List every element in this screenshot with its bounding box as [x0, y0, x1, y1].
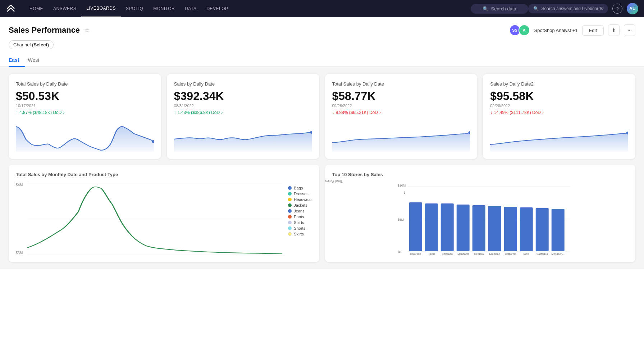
card-1-change-text: 4.87% ($48.18K) DoD [19, 110, 61, 115]
help-button[interactable]: ? [612, 4, 622, 14]
more-options-button[interactable]: ··· [624, 24, 635, 36]
monthly-chart-title: Total Sales by Monthly Date and Product … [16, 172, 312, 177]
y-label-4m: $4M [16, 183, 27, 187]
card-2-value: $392.34K [174, 90, 312, 103]
avatar-initials: AU [629, 6, 635, 11]
page-header: Sales Performance ☆ SS A SpotShop Analys… [0, 17, 644, 40]
svg-text:Colorado: Colorado [410, 252, 421, 255]
user-avatar[interactable]: AU [627, 3, 638, 14]
svg-text:California: California [536, 252, 548, 255]
card-3-value: $58.77K [332, 90, 470, 103]
card-3-change: ↓ 9.88% ($65.21K) DoD › [332, 110, 470, 115]
right-search-placeholder: Search answers and Liveboards [542, 6, 603, 11]
share-button[interactable]: ⬆ [608, 24, 620, 36]
y-axis-label: Total Sales [298, 179, 370, 183]
tab-east[interactable]: East [9, 54, 25, 67]
card-3-title: Total Sales by Daily Date [332, 81, 470, 87]
center-search-label: Search data [491, 6, 516, 12]
nav-data[interactable]: DATA [180, 0, 201, 17]
monthly-chart-area: $4M $3M [16, 183, 312, 255]
filter-bar: Channel (Select) [0, 40, 644, 54]
card-2-date: 08/31/2022 [174, 104, 312, 108]
card-2-title: Sales by Daily Date [174, 81, 312, 87]
svg-rect-25 [440, 203, 453, 251]
right-search-input[interactable]: 🔍 Search answers and Liveboards [528, 4, 608, 13]
svg-text:Colorado: Colorado [442, 252, 452, 255]
legend-label-shirts: Shirts [294, 220, 304, 225]
svg-rect-22 [425, 203, 438, 251]
card-4-chevron[interactable]: › [542, 110, 544, 115]
card-4-date: 09/26/2022 [490, 104, 628, 108]
avatar-group: SS A [509, 24, 530, 36]
chart-legend: Bags Dresses Headwear Jackets [288, 183, 312, 255]
svg-text:$0: $0 [397, 250, 401, 254]
legend-pants: Pants [288, 215, 312, 219]
search-icon: 🔍 [483, 6, 488, 12]
svg-rect-34 [488, 206, 501, 251]
svg-rect-31 [472, 205, 485, 251]
svg-rect-37 [504, 207, 517, 251]
legend-label-skirts: Skirts [294, 232, 304, 236]
legend-dot-bags [288, 186, 292, 190]
top-stores-card: Top 10 Stores by Sales Total Sales $10M … [325, 165, 636, 262]
legend-label-dresses: Dresses [294, 192, 308, 196]
card-4-change-text: 14.49% ($111.78K) DoD [494, 110, 541, 115]
favorite-star-icon[interactable]: ☆ [84, 26, 90, 34]
tabs-row: East West [0, 54, 644, 67]
legend-bags: Bags [288, 186, 312, 190]
edit-button[interactable]: Edit [582, 25, 604, 36]
svg-text:Michigan: Michigan [489, 252, 500, 255]
card-4-change: ↓ 14.49% ($111.78K) DoD › [490, 110, 628, 115]
svg-rect-19 [409, 202, 422, 251]
legend-dot-shorts [288, 226, 292, 230]
nav-spotiq[interactable]: SPOTIQ [121, 0, 148, 17]
bottom-row: Total Sales by Monthly Date and Product … [9, 165, 635, 262]
legend-dot-dresses [288, 192, 292, 196]
legend-dot-jeans [288, 209, 292, 213]
svg-text:California: California [504, 252, 516, 255]
svg-text:↓: ↓ [403, 190, 405, 195]
y-label-3m: $3M [16, 251, 27, 255]
help-icon: ? [616, 6, 618, 12]
legend-dot-headwear [288, 198, 292, 201]
channel-filter-chip[interactable]: Channel (Select) [9, 40, 54, 49]
nav-answers[interactable]: ANSWERS [48, 0, 81, 17]
nav-home[interactable]: HOME [24, 0, 48, 17]
card-1-value: $50.53K [16, 90, 154, 103]
ellipsis-icon: ··· [627, 27, 632, 33]
top-stores-title: Top 10 Stores by Sales [332, 172, 629, 177]
nav-develop[interactable]: DEVELOP [201, 0, 233, 17]
svg-rect-40 [520, 207, 533, 251]
card-1-chevron[interactable]: › [63, 110, 64, 115]
legend-label-jeans: Jeans [294, 209, 304, 213]
cards-row: Total Sales by Daily Date $50.53K 10/17/… [9, 74, 635, 159]
svg-rect-28 [456, 205, 469, 251]
search-icon-right: 🔍 [533, 6, 539, 11]
card-1: Total Sales by Daily Date $50.53K 10/17/… [9, 74, 161, 159]
title-row: Sales Performance ☆ [9, 26, 90, 35]
top-stores-chart: Total Sales $10M $5M $0 ↓ [332, 183, 629, 255]
card-2-change: ↑ 1.43% ($386.8K) DoD › [174, 110, 312, 115]
filter-label: Channel [13, 42, 31, 47]
legend-label-pants: Pants [294, 215, 304, 219]
svg-text:Georgia: Georgia [474, 252, 484, 255]
card-1-change: ↑ 4.87% ($48.18K) DoD › [16, 110, 154, 115]
legend-shorts: Shorts [288, 226, 312, 230]
tab-west[interactable]: West [28, 54, 45, 67]
legend-dot-shirts [288, 221, 292, 224]
card-3-chevron[interactable]: › [379, 110, 381, 115]
share-icon: ⬆ [612, 27, 616, 33]
center-search-button[interactable]: 🔍 Search data [471, 4, 528, 14]
nav-liveboards[interactable]: LIVEBOARDS [81, 0, 121, 17]
legend-dot-pants [288, 215, 292, 219]
card-3-chart [332, 119, 470, 152]
svg-rect-46 [551, 209, 564, 251]
card-2-chevron[interactable]: › [221, 110, 223, 115]
card-3-date: 09/26/2022 [332, 104, 470, 108]
nav-right: 🔍 Search answers and Liveboards ? AU [528, 3, 638, 14]
logo[interactable] [6, 4, 16, 14]
card-4: Sales by Daily Date2 $95.58K 09/26/2022 … [483, 74, 635, 159]
card-4-chart [490, 119, 628, 152]
nav-monitor[interactable]: MONITOR [148, 0, 180, 17]
svg-text:Maryland: Maryland [457, 252, 469, 255]
